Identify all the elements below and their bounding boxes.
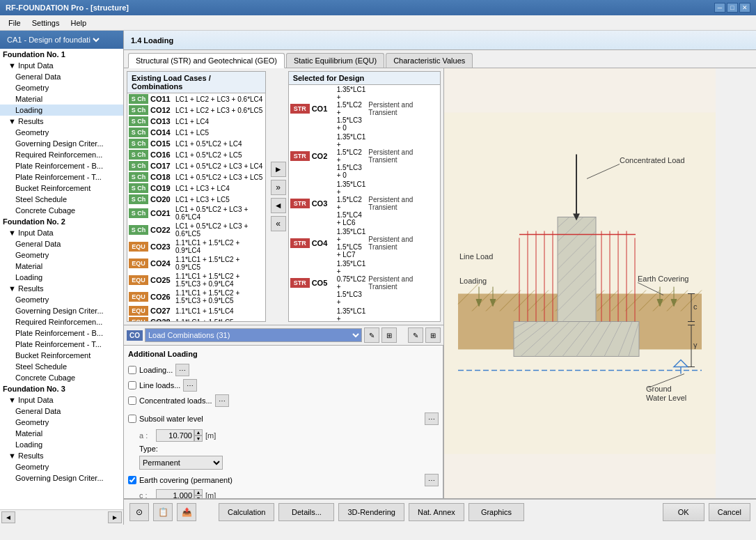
load-row[interactable]: S Ch CO11 LC1 + LC2 + LC3 + 0.6*LC4 [127,93,265,105]
sidebar-item-governing-1[interactable]: Governing Design Criter... [0,138,123,149]
sidebar-item-results-2[interactable]: ▼ Results [0,283,123,294]
sidebar-item-foundation3[interactable]: Foundation No. 3 [0,383,123,394]
sidebar-item-foundation2[interactable]: Foundation No. 2 [0,216,123,227]
sidebar-item-foundation1[interactable]: Foundation No. 1 [0,49,123,60]
c-spin-up[interactable]: ▲ [194,489,203,495]
a-input[interactable] [156,429,194,442]
type-dropdown[interactable]: Permanent [139,456,223,470]
sidebar-item-geometry-2[interactable]: Geometry [0,249,123,261]
sidebar-item-plate-reinf-b-1[interactable]: Plate Reinforcement - B... [0,160,123,171]
sidebar-item-concrete-1[interactable]: Concrete Cubage [0,205,123,216]
sidebar-item-results-1[interactable]: ▼ Results [0,116,123,127]
a-spin-down[interactable]: ▼ [194,435,203,442]
load-row[interactable]: S Ch CO20 LC1 + LC3 + LC5 [127,194,265,205]
sidebar-item-material-3[interactable]: Material [0,428,123,439]
subsoil-checkbox[interactable] [128,415,136,423]
menu-help[interactable]: Help [65,17,92,29]
load-row[interactable]: S Ch CO21 LC1 + 0.5*LC2 + LC3 + 0.6*LC4 [127,205,265,222]
sidebar-item-plate-reinf-t-2[interactable]: Plate Reinforcement - T... [0,339,123,350]
sidebar-item-geometry-3[interactable]: Geometry [0,417,123,428]
load-row[interactable]: S Ch CO22 LC1 + 0.5*LC2 + LC3 + 0.6*LC5 [127,222,265,238]
icon-btn-1[interactable]: ⊙ [129,503,149,521]
c-input[interactable] [156,489,194,498]
selected-row[interactable]: STR CO4 1.35*LC1 + 1.5*LC5 + LC7 Persist… [289,227,440,259]
tab-char[interactable]: Characteristic Values [386,53,473,68]
load-row[interactable]: EQU CO23 1.1*LC1 + 1.5*LC2 + 0.9*LC4 [127,238,265,255]
sidebar-item-bucket-1[interactable]: Bucket Reinforcement [0,183,123,194]
transfer-all-left-button[interactable]: « [271,216,286,231]
selected-row[interactable]: STR CO6 1.35*LC1 + 0.75*LC2 + 1.5*LC3 + … [289,307,440,321]
selected-row[interactable]: STR CO5 1.35*LC1 + 0.75*LC2 + 1.5*LC3 + … [289,259,440,307]
transfer-all-right-button[interactable]: » [271,180,286,195]
load-row[interactable]: EQU CO26 1.1*LC1 + 1.5*LC2 + 1.5*LC3 + 0… [127,288,265,305]
selected-row[interactable]: STR CO2 1.35*LC1 + 1.5*LC2 + 1.5*LC3 + 0… [289,132,440,180]
line-loads-checkbox[interactable] [128,381,136,389]
sidebar-item-governing-3[interactable]: Governing Design Criter... [0,472,123,484]
sidebar-item-geometry-results-1[interactable]: Geometry [0,127,123,138]
sidebar-item-geometry-1[interactable]: Geometry [0,82,123,93]
foundation-dropdown[interactable]: CA1 - Design of foundations [4,35,102,45]
load-row[interactable]: EQU CO25 1.1*LC1 + 1.5*LC2 + 1.5*LC3 + 0… [127,272,265,288]
sidebar-item-plate-reinf-t-1[interactable]: Plate Reinforcement - T... [0,171,123,183]
load-row[interactable]: EQU CO27 1.1*LC1 + 1.5*LC4 [127,305,265,316]
load-row[interactable]: S Ch CO18 LC1 + 0.5*LC2 + LC3 + LC5 [127,171,265,183]
tab-equ[interactable]: Static Equilibrium (EQU) [286,53,384,68]
sidebar-item-general-data-1[interactable]: General Data [0,71,123,82]
sidebar-item-input-data-2[interactable]: ▼ Input Data [0,227,123,238]
scroll-right-button[interactable]: ► [108,511,122,523]
sidebar-item-geometry-results-3[interactable]: Geometry [0,461,123,472]
transfer-left-button[interactable]: ◄ [271,198,286,213]
edit-button[interactable]: ✎ [364,327,379,343]
selected-row[interactable]: STR CO3 1.35*LC1 + 1.5*LC2 + 1.5*LC4 + L… [289,180,440,227]
concentrated-checkbox[interactable] [128,396,136,405]
sidebar-item-input-data-1[interactable]: ▼ Input Data [0,60,123,71]
graphics-button[interactable]: Graphics [468,503,524,521]
sidebar-item-results-3[interactable]: ▼ Results [0,450,123,461]
load-row[interactable]: S Ch CO12 LC1 + LC2 + LC3 + 0.6*LC5 [127,105,265,116]
add-button[interactable]: ⊞ [381,327,397,343]
sidebar-item-material-2[interactable]: Material [0,261,123,272]
minimize-button[interactable]: ─ [714,3,725,13]
sidebar-item-loading-3[interactable]: Loading [0,439,123,450]
calculation-button[interactable]: Calculation [219,503,274,521]
earth-covering-checkbox[interactable] [128,476,136,484]
sidebar-item-steel-1[interactable]: Steel Schedule [0,194,123,205]
load-row[interactable]: EQU CO24 1.1*LC1 + 1.5*LC2 + 0.9*LC5 [127,255,265,272]
concentrated-icon-btn[interactable]: ⋯ [215,394,229,407]
close-button[interactable]: ✕ [739,3,750,13]
loading-icon-btn[interactable]: ⋯ [175,364,189,376]
cancel-button[interactable]: Cancel [709,503,750,521]
a-spin-up[interactable]: ▲ [194,429,203,435]
load-row[interactable]: S Ch CO17 LC1 + 0.5*LC2 + LC3 + LC4 [127,160,265,171]
sidebar-item-required-reinf-2[interactable]: Required Reinforcemen... [0,316,123,327]
load-row[interactable]: S Ch CO16 LC1 + 0.5*LC2 + LC5 [127,149,265,160]
load-row[interactable]: S Ch CO13 LC1 + LC4 [127,116,265,127]
ok-button[interactable]: OK [663,503,704,521]
sidebar-item-loading-2[interactable]: Loading [0,272,123,283]
sidebar-item-general-data-3[interactable]: General Data [0,406,123,417]
loading-checkbox[interactable] [128,366,136,374]
rendering-button[interactable]: 3D-Rendering [338,503,404,521]
sidebar-item-loading-1[interactable]: Loading [0,105,123,116]
load-combination-dropdown[interactable]: Load Combinations (31) [145,328,362,342]
line-loads-icon-btn[interactable]: ⋯ [183,379,197,392]
sidebar-item-plate-reinf-b-2[interactable]: Plate Reinforcement - B... [0,327,123,339]
selected-add-button[interactable]: ⊞ [425,327,441,343]
earth-covering-icon-btn[interactable]: ⋯ [425,474,439,486]
sidebar-item-bucket-2[interactable]: Bucket Reinforcement [0,350,123,361]
scroll-left-button[interactable]: ◄ [1,511,15,523]
sidebar-item-general-data-2[interactable]: General Data [0,238,123,249]
tab-str-geo[interactable]: Structural (STR) and Geotechnical (GEO) [128,53,285,68]
load-row[interactable]: EQU CO28 1.1*LC1 + 1.5*LC5 [127,316,265,321]
sidebar-item-steel-2[interactable]: Steel Schedule [0,361,123,372]
details-button[interactable]: Details... [278,503,334,521]
menu-file[interactable]: File [3,17,26,29]
sidebar-item-geometry-results-2[interactable]: Geometry [0,294,123,305]
load-row[interactable]: S Ch CO14 LC1 + LC5 [127,127,265,138]
transfer-right-button[interactable]: ► [271,162,286,177]
load-row[interactable]: S Ch CO15 LC1 + 0.5*LC2 + LC4 [127,138,265,149]
sidebar-item-input-data-3[interactable]: ▼ Input Data [0,394,123,406]
maximize-button[interactable]: □ [727,3,738,13]
subsoil-icon-btn[interactable]: ⋯ [425,412,439,425]
sidebar-item-concrete-2[interactable]: Concrete Cubage [0,372,123,383]
